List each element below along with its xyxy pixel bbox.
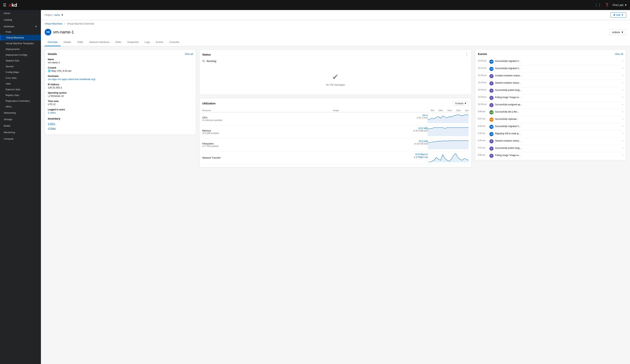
project-name[interactable]: name [54, 13, 60, 16]
actions-button[interactable]: Actions ▼ [609, 29, 626, 35]
time-selector[interactable]: 6 hours ▼ [453, 101, 468, 106]
sidebar-item-config-maps[interactable]: Config Maps [0, 69, 41, 75]
events-view-all[interactable]: View all [615, 53, 623, 55]
check-icon: ✔ [202, 72, 469, 82]
sidebar-item-pods[interactable]: Pods [0, 29, 41, 35]
event-item[interactable]: 8:57 amPVCSuccessfully replicate...› [478, 116, 623, 123]
event-badge-vm: VM [490, 132, 494, 136]
sidebar-item-daemon-sets[interactable]: Daemon Sets [0, 87, 41, 92]
sidebar-item-virtual-machine-templates[interactable]: Virtual Machine Templates [0, 40, 41, 46]
details-card-header: Details View all [48, 52, 193, 55]
inventory-link-disks[interactable]: 4 Disks [48, 127, 193, 130]
sidebar-item-deployment-configs[interactable]: Deployment Configs [0, 52, 41, 58]
sidebar-item-catalog[interactable]: Catalog [0, 16, 41, 23]
details-fields: Namevm-name-1Created🌐 May 17th, 8:32 amH… [48, 58, 193, 114]
event-chevron-icon: › [622, 154, 623, 156]
event-item[interactable]: 12:29 pmPSuccessfully pulled imag...› [478, 87, 623, 94]
event-badge-p: P [490, 81, 494, 85]
add-chevron: ▼ [621, 13, 624, 16]
event-item[interactable]: 8:09 amPPulling image "image-re...› [478, 152, 623, 160]
sidebar-item-networking[interactable]: Networking [0, 110, 41, 116]
event-item[interactable]: 12:53 pmVMSuccessfully migrated V...› [478, 58, 623, 65]
actions-label: Actions [612, 31, 620, 34]
time-10am: 10am [438, 109, 443, 111]
sidebar-item-virtual-machines[interactable]: Virtual Machines [0, 35, 41, 40]
resource-name-filesystem: Filesystem [202, 142, 333, 145]
sidebar-item-cron-jobs[interactable]: Cron Jobs [0, 75, 41, 81]
event-item[interactable]: 12:29 pmPCreated container reacta...› [478, 73, 623, 80]
project-bar: Project: name ▼ ✚ Add ▼ [41, 10, 630, 20]
sidebar-item-hpas[interactable]: HPAs [0, 104, 41, 110]
event-item[interactable]: 8:32 amVMSuccessfully migrated V...› [478, 123, 623, 131]
event-item[interactable]: 8:32 amVMMigrating VM to node ip...› [478, 131, 623, 138]
util-usage-memory: 10.0 MiBof 20.0 MiB limit [333, 125, 428, 138]
breadcrumb-parent[interactable]: Virtual Machines [45, 22, 62, 25]
detail-link-logged_in_users[interactable]: 2 users [48, 111, 56, 114]
tab-snapshots[interactable]: Snapshots [124, 38, 142, 46]
event-item[interactable]: 8:02 amPSuccessfully assigned ap...› [478, 160, 623, 161]
event-item[interactable]: 12:29 pmPStarted container reacta...› [478, 80, 623, 87]
event-text: Pulling image "image-re... [495, 154, 621, 157]
sidebar-item-home[interactable]: Home [0, 10, 41, 16]
status-card-menu[interactable]: ⋮ [465, 52, 468, 56]
event-time: 12:29 pm [478, 89, 488, 91]
event-time: 8:20 am [478, 139, 488, 142]
tab-details[interactable]: Details [60, 38, 74, 46]
add-button[interactable]: ✚ Add ▼ [610, 12, 626, 18]
detail-value-time_zone: UTC+2 [48, 103, 193, 106]
event-item[interactable]: 12:29 pmPPulling image "image-re...› [478, 94, 623, 102]
inventory-link-nics[interactable]: 3 NICs [48, 122, 193, 125]
tab-logs[interactable]: Logs [142, 38, 153, 46]
util-row-cpu: CPU24 millicores available26 mof 50 m li… [202, 112, 469, 125]
util-usage-filesystem: 79.3 KiBof 150 KiB limit [333, 138, 428, 151]
help-icon[interactable]: ❓ [605, 3, 609, 7]
details-view-all[interactable]: View all [185, 53, 193, 55]
sidebar-item-replica-sets[interactable]: Replica Sets [0, 92, 41, 98]
sidebar-item-stateful-sets[interactable]: Stateful Sets [0, 58, 41, 63]
sidebar-item-monitoring[interactable]: Monitoring [0, 129, 41, 136]
tab-overview[interactable]: Overview [45, 38, 60, 46]
hamburger-icon[interactable]: ☰ [3, 3, 6, 7]
breadcrumb-current: Virtual Machine Overview [67, 22, 94, 25]
sidebar-section-workloads[interactable]: Workloads ▼ [0, 23, 41, 29]
grid-icon[interactable]: ⋮⋮ [594, 3, 601, 7]
sidebar-item-builds[interactable]: Builds [0, 123, 41, 129]
no-messages: ✔ No VM messages [202, 67, 469, 92]
tab-events[interactable]: Events [153, 38, 166, 46]
sidebar-item-jobs[interactable]: Jobs [0, 81, 41, 87]
tab-consoles[interactable]: Consoles [166, 38, 182, 46]
utilization-rows: CPU24 millicores available26 mof 50 m li… [202, 112, 469, 164]
event-item[interactable]: 8:11 amPSuccessfully pulled imag...› [478, 145, 623, 152]
event-chevron-icon: › [622, 139, 623, 142]
event-text: Pulling image "image-re... [495, 96, 621, 99]
event-chevron-icon: › [622, 147, 623, 149]
event-item[interactable]: 9:08 amVMISuccessfully did a thin...› [478, 109, 623, 116]
usage-value-cpu: 26 m [333, 114, 428, 117]
event-time: 12:29 pm [478, 96, 488, 98]
sidebar-item-secrets[interactable]: Secrets [0, 63, 41, 69]
event-badge-p: P [490, 154, 494, 158]
event-chevron-icon: › [622, 89, 623, 91]
sparkline-memory [428, 127, 468, 136]
no-messages-label: No VM messages [202, 83, 469, 86]
event-item[interactable]: 12:47 pmVMSuccessfully migrated V...› [478, 65, 623, 73]
event-item[interactable]: 12:29 pmPSuccessfully assigned ap...› [478, 102, 623, 109]
tabs: OverviewDetailsYAMLNetwork InterfacesDis… [41, 38, 630, 46]
detail-link-hostname[interactable]: osx-tiger-vm.apps.ostest.test.metalkube.… [48, 78, 96, 81]
sidebar-item-deployments[interactable]: Deployments [0, 46, 41, 52]
sidebar-item-compute[interactable]: Compute [0, 136, 41, 142]
sidebar-item-storage[interactable]: Storage [0, 116, 41, 123]
project-chevron[interactable]: ▼ [61, 13, 64, 16]
event-time: 9:08 am [478, 110, 488, 113]
details-card-title: Details [48, 52, 57, 55]
content-grid: Details View all Namevm-name-1Created🌐 M… [41, 46, 630, 364]
sidebar-item-replication-controllers[interactable]: Replication Controllers [0, 98, 41, 104]
user-menu[interactable]: First Last ▼ [613, 3, 627, 6]
add-label: Add [616, 13, 620, 16]
event-item[interactable]: 8:20 amPStarted container reacta...› [478, 138, 623, 145]
tab-network-interfaces[interactable]: Network Interfaces [86, 38, 112, 46]
tab-yaml[interactable]: YAML [74, 38, 86, 46]
event-chevron-icon: › [622, 125, 623, 127]
event-chevron-icon: › [622, 110, 623, 113]
tab-disks[interactable]: Disks [112, 38, 124, 46]
